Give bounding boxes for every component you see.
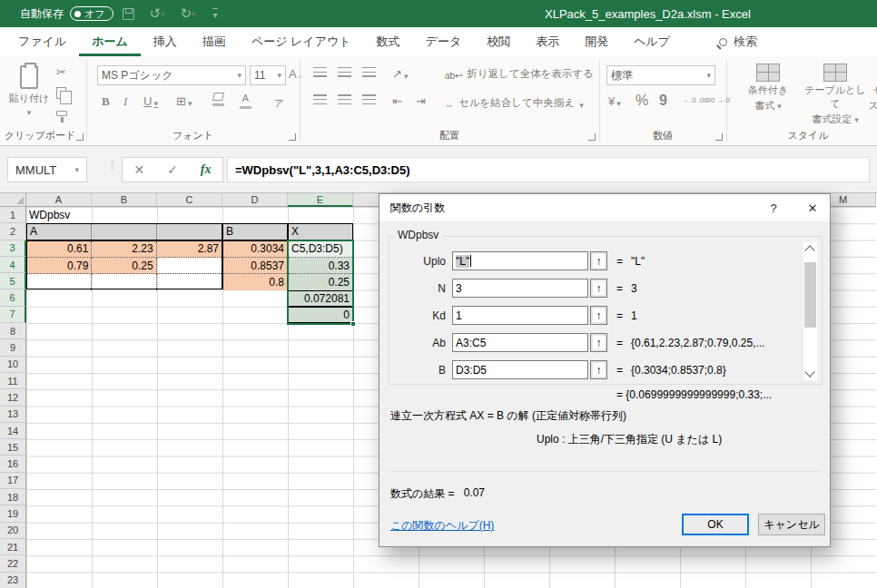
cell-D2[interactable]: B [222,223,288,240]
collapse-dialog-button[interactable]: ↑ [590,279,607,298]
font-dialog-launcher[interactable] [289,133,296,141]
align-bottom-button[interactable] [362,67,376,77]
cell-D3[interactable]: 0.3034 [223,241,287,258]
ab-input[interactable]: A3:C5 [452,333,588,352]
row-header[interactable]: 2 [0,223,26,240]
row-header[interactable]: 1 [0,207,26,223]
column-header[interactable]: E [288,193,353,207]
column-header[interactable]: C [157,193,222,207]
cancel-button[interactable]: キャンセル [758,514,825,535]
align-right-button[interactable] [362,94,376,104]
cell-A3[interactable]: 0.61 [27,241,92,258]
cell-C4[interactable] [157,258,222,274]
column-header[interactable]: B [92,193,157,207]
decrease-indent-button[interactable]: ⇤ [392,94,402,108]
save-button[interactable] [116,0,140,27]
cell-D4[interactable]: 0.8537 [223,258,287,274]
row-header[interactable]: 7 [0,307,26,323]
accounting-format-button[interactable]: ¥▾ [608,94,621,108]
collapse-dialog-button[interactable]: ↑ [590,251,607,270]
formula-input[interactable]: =WDpbsv("L",3,1,A3:C5,D3:D5) [227,157,870,182]
n-input[interactable]: 3 [452,279,588,298]
grow-font-button[interactable]: A^ [289,67,301,81]
underline-button[interactable]: U▾ [143,94,158,108]
tab-view[interactable]: 表示 [523,27,572,56]
cell-A4[interactable]: 0.79 [27,258,92,274]
row-header[interactable]: 10 [0,357,26,373]
row-header[interactable]: 4 [0,257,26,273]
row-header[interactable]: 22 [0,555,26,572]
row-header[interactable]: 14 [0,423,26,439]
cell-C3[interactable]: 2.87 [157,241,222,258]
cell-A5[interactable] [27,274,92,290]
scroll-down-icon[interactable] [804,367,814,377]
customize-quick-access-button[interactable]: ▾ [205,0,225,27]
tab-file[interactable]: ファイル [5,27,79,56]
autosave-pill[interactable]: オフ [70,6,113,21]
cell-E5[interactable]: 0.25 [289,274,352,290]
number-dialog-launcher[interactable] [715,133,723,141]
collapse-dialog-button[interactable]: ↑ [590,360,607,379]
orientation-button[interactable]: ↗▾ [392,67,408,81]
cell-C5[interactable] [157,274,222,290]
align-top-button[interactable] [313,67,327,77]
scrollbar-thumb[interactable] [804,262,816,328]
conditional-formatting-button[interactable]: 条件付き 書式 ▾ [735,64,801,113]
insert-function-button[interactable]: fx [201,162,212,177]
row-header[interactable]: 3 [0,240,26,257]
merge-center-button[interactable]: ⇔ セルを結合して中央揃え ▾ [445,96,584,110]
paste-button[interactable]: 貼り付け ▾ [7,62,51,138]
function-help-link[interactable]: この関数のヘルプ(H) [390,518,494,534]
row-header[interactable]: 12 [0,389,26,406]
phonetic-button[interactable]: ァ [272,94,284,111]
cell-styles-button[interactable]: セルの スタイル [857,64,877,113]
row-header[interactable]: 20 [0,523,26,539]
font-name-select[interactable]: MS Pゴシック▾ [97,65,246,85]
row-header[interactable]: 17 [0,473,26,489]
formula-bar-resize-handle[interactable]: ⋮ [107,162,111,177]
align-left-button[interactable] [313,94,327,104]
cell-B3[interactable]: 2.23 [92,241,156,258]
dialog-close-button[interactable]: ✕ [795,194,830,221]
row-header[interactable]: 5 [0,273,26,289]
cell-B4[interactable]: 0.25 [92,258,156,274]
name-box[interactable]: MMULT ▾ [7,157,87,182]
cut-button[interactable]: ✂ [56,65,66,79]
row-header[interactable]: 8 [0,323,26,339]
column-header[interactable]: A [26,193,92,207]
cell-E7[interactable]: 0 [288,307,353,323]
cell-E4[interactable]: 0.33 [289,258,352,274]
number-format-select[interactable]: 標準▾ [606,65,715,85]
percent-style-button[interactable]: % [636,93,648,109]
tab-formulas[interactable]: 数式 [364,27,413,56]
cancel-entry-button[interactable]: ✕ [133,162,144,177]
row-header[interactable]: 19 [0,505,26,522]
row-header[interactable]: 18 [0,489,26,505]
row-header[interactable]: 9 [0,339,26,356]
redo-button[interactable]: ↻▾ [174,0,202,27]
font-size-select[interactable]: 11▾ [250,65,286,85]
row-header[interactable]: 21 [0,539,26,555]
cell-B2[interactable] [92,224,156,239]
font-color-button[interactable]: A [240,93,251,109]
cell-E2[interactable]: X [288,223,353,240]
collapse-dialog-button[interactable]: ↑ [590,306,607,325]
tab-review[interactable]: 校閲 [474,27,523,56]
row-header[interactable]: 16 [0,456,26,472]
cell-A2[interactable]: A [27,224,92,239]
format-painter-button[interactable] [56,111,67,116]
dialog-help-button[interactable]: ? [761,194,786,221]
b-input[interactable]: D3:D5 [452,360,588,379]
align-center-button[interactable] [338,94,351,104]
tab-draw[interactable]: 描画 [190,27,239,56]
name-box-dropdown-icon[interactable]: ▾ [74,165,79,174]
cell-B5[interactable] [92,274,156,290]
search-box[interactable]: 検索 [706,27,770,56]
tab-data[interactable]: データ [413,27,475,56]
cell-A1[interactable]: WDpbsv [26,207,92,223]
select-all-button[interactable] [0,193,26,207]
row-header[interactable]: 11 [0,373,26,389]
collapse-dialog-button[interactable]: ↑ [590,333,607,352]
undo-button[interactable]: ↺▾ [143,0,171,27]
borders-button[interactable]: ⊞▾ [176,94,192,108]
